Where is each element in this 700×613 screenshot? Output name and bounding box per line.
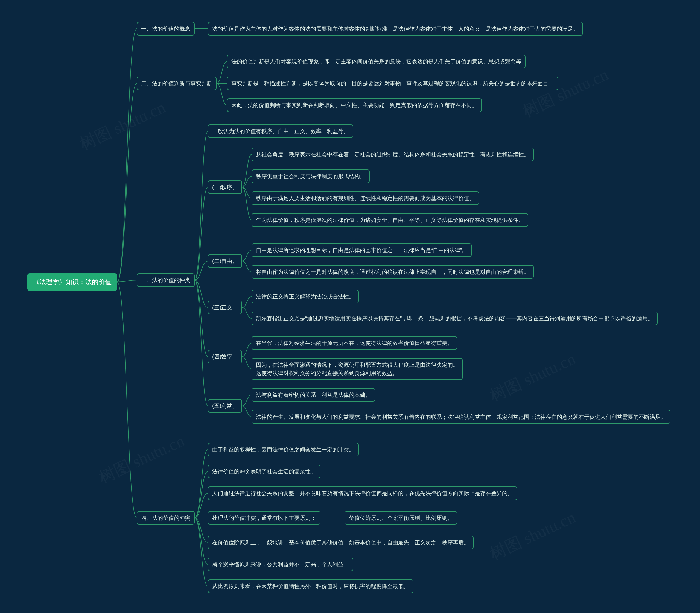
s3-3-leaf-2[interactable]: 凯尔森指出正义乃是“通过忠实地适用实在秩序以保持其存在”，即一条一般规则的根据，… <box>252 312 658 325</box>
watermark: 树图 shutu.cn <box>96 430 188 489</box>
s3-1-leaf-4[interactable]: 作为法律价值，秩序是低层次的法律价值，为诸如安全、自由、平等、正义等法律价值的存… <box>252 213 528 227</box>
section-3-intro[interactable]: 一般认为法的价值有秩序、自由、正义、效率、利益等。 <box>208 125 353 138</box>
s3-5-leaf-1[interactable]: 法与利益有着密切的关系，利益是法律的基础。 <box>252 388 375 402</box>
root-node[interactable]: 《法理学》知识：法的价值 <box>27 273 117 291</box>
s3-5-leaf-2[interactable]: 法律的产生、发展和变化与人们的利益要求、社会的利益关系有着内在的联系；法律确认利… <box>252 410 671 423</box>
s4-leaf-3[interactable]: 人们通过法律进行社会关系的调整，并不意味着所有情况下法律价值都是同样的，在优先法… <box>208 486 517 500</box>
section-3-sub-3[interactable]: (三)正义。 <box>208 301 242 314</box>
watermark: 树图 shutu.cn <box>519 64 612 123</box>
s4-leaf-6[interactable]: 就个案平衡原则来说，公共利益并不一定高于个人利益。 <box>208 558 353 571</box>
s4-leaf-2[interactable]: 法律价值的冲突表明了社会生活的复杂性。 <box>208 465 320 478</box>
section-2-detail-1[interactable]: 法的价值判断是人们对客观价值现象，即一定主客体间价值关系的反映，它表达的是人们关… <box>227 55 525 68</box>
s4-leaf-1[interactable]: 由于利益的多样性，因而法律价值之间会发生一定的冲突。 <box>208 443 359 456</box>
section-2-detail-2[interactable]: 事实判断是一种描述性判断，是以客体为取向的，目的是要达到对事物、事件及其过程的客… <box>227 77 558 90</box>
watermark: 树图 shutu.cn <box>486 348 579 407</box>
section-1[interactable]: 一、法的价值的概念 <box>137 22 195 36</box>
s3-3-leaf-1[interactable]: 法律的正义将正义解释为法治或合法性。 <box>252 290 359 303</box>
section-3-sub-5[interactable]: (五)利益。 <box>208 399 242 413</box>
s4-leaf-7[interactable]: 从比例原则来看，在因某种价值牺牲另外一种价值时，应将损害的程度降至最低。 <box>208 579 413 593</box>
watermark: 树图 shutu.cn <box>486 506 579 565</box>
section-4[interactable]: 四、法的价值的冲突 <box>137 511 195 525</box>
mindmap-canvas: 树图 shutu.cn 树图 shutu.cn 树图 shutu.cn 树图 s… <box>0 0 700 613</box>
section-2-detail-3[interactable]: 因此，法的价值判断与事实判断在判断取向、中立性、主要功能、判定真假的依据等方面都… <box>227 99 482 112</box>
section-3-sub-2[interactable]: (二)自由。 <box>208 254 242 268</box>
section-2[interactable]: 二、法的价值判断与事实判断 <box>137 77 217 90</box>
s3-2-leaf-1[interactable]: 自由是法律所追求的理想目标，自由是法律的基本价值之一，法律应当是“自由的法律”。 <box>252 243 472 257</box>
s3-2-leaf-2[interactable]: 将自由作为法律价值之一是对法律的改良，通过权利的确认在法律上实现自由，同时法律也… <box>252 265 534 279</box>
s4-leaf-4-sub[interactable]: 价值位阶原则、个案平衡原则、比例原则。 <box>345 511 457 525</box>
s3-1-leaf-1[interactable]: 从社会角度，秩序表示在社会中存在着一定社会的组织制度、结构体系和社会关系的稳定性… <box>252 147 534 161</box>
watermark: 树图 shutu.cn <box>76 96 169 156</box>
section-3-sub-4[interactable]: (四)效率。 <box>208 350 242 364</box>
s4-leaf-5[interactable]: 在价值位阶原则上，一般地讲，基本价值优于其他价值，如基本价值中，自由最先，正义次… <box>208 536 474 549</box>
section-3-sub-1[interactable]: (一)秩序。 <box>208 180 242 194</box>
s3-4-leaf-2[interactable]: 因为，在法律全面渗透的情况下，资源使用和配置方式很大程度上是由法律决定的。 这使… <box>252 358 463 380</box>
s3-1-leaf-2[interactable]: 秩序侧重于社会制度与法律制度的形式结构。 <box>252 169 370 183</box>
s4-leaf-4[interactable]: 处理法的价值冲突，通常有以下主要原则： <box>208 511 320 525</box>
section-3[interactable]: 三、法的价值的种类 <box>137 273 195 287</box>
section-1-detail[interactable]: 法的价值是作为主体的人对作为客体的法的需要和主体对客体的判断标准，是法律作为客体… <box>208 22 583 36</box>
s3-4-leaf-1[interactable]: 在当代，法律对经济生活的干预无所不在，这使得法律的效率价值日益显得重要。 <box>252 336 457 350</box>
s3-1-leaf-3[interactable]: 秩序由于满足人类生活和活动的有规则性、连续性和稳定性的需要而成为基本的法律价值。 <box>252 191 479 205</box>
